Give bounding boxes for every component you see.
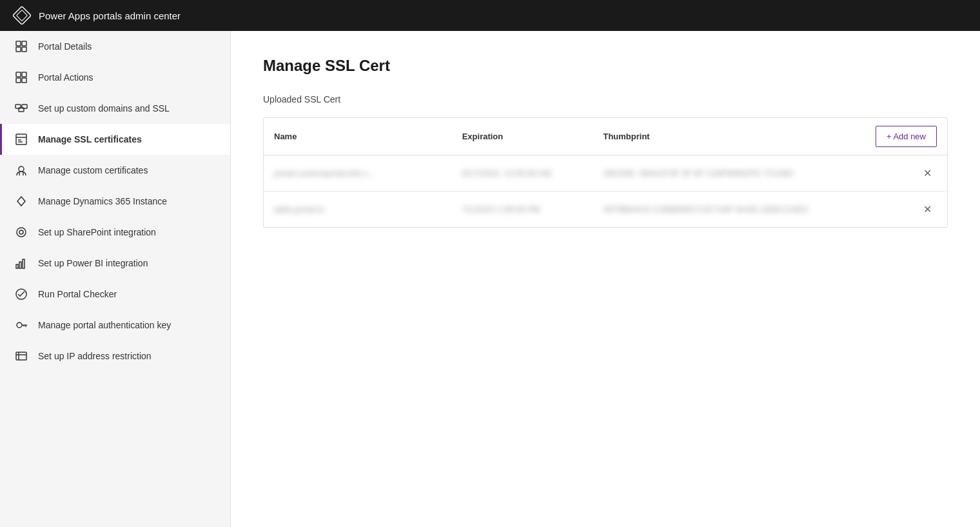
table-row: table.portal.io 7/1/2023 1:59:59 PM 4975… <box>264 192 947 227</box>
sidebar-label-auth-key: Manage portal authentication key <box>38 320 171 330</box>
sidebar: Portal Details Portal Actions Set up cus… <box>0 31 231 527</box>
sidebar-label-custom-certs: Manage custom certificates <box>38 165 148 175</box>
sidebar-label-manage-ssl: Manage SSL certificates <box>38 134 142 144</box>
sidebar-item-custom-domains[interactable]: Set up custom domains and SSL <box>0 93 230 124</box>
cell-thumbprint-2: 4975B6A0:E-C26B893D713C734F 9AAB 13EB:C2… <box>603 204 885 214</box>
sidebar-item-powerbi[interactable]: Set up Power BI integration <box>0 248 230 279</box>
add-new-button[interactable]: + Add new <box>876 126 937 147</box>
cell-expiration-1: 6/17/2022, 12:00:00 AM <box>462 168 603 178</box>
svg-rect-32 <box>16 352 26 360</box>
delete-button-1[interactable]: ✕ <box>918 164 937 182</box>
cell-name-2: table.portal.io <box>274 204 462 214</box>
svg-rect-14 <box>16 134 26 144</box>
ssl-cert-table: Name Expiration Thumbprint + Add new por… <box>263 117 948 228</box>
custom-cert-icon <box>15 164 28 177</box>
dynamics-icon <box>15 195 28 208</box>
table-header: Name Expiration Thumbprint + Add new <box>264 118 947 155</box>
grid-icon <box>15 40 28 53</box>
svg-marker-21 <box>17 197 25 206</box>
svg-rect-4 <box>16 47 21 52</box>
col-actions-header: + Add new <box>885 126 937 147</box>
col-expiration-header: Expiration <box>462 132 603 141</box>
sidebar-label-dynamics-instance: Manage Dynamics 365 Instance <box>38 196 167 206</box>
sidebar-label-ip-restriction: Set up IP address restriction <box>38 351 152 361</box>
svg-point-28 <box>17 323 22 328</box>
col-thumbprint-header: Thumbprint <box>603 132 885 141</box>
logo-icon <box>13 6 31 25</box>
sidebar-item-manage-ssl[interactable]: Manage SSL certificates <box>0 124 230 155</box>
svg-rect-0 <box>13 6 31 25</box>
svg-point-18 <box>19 166 24 172</box>
powerbi-icon <box>15 257 28 270</box>
app-logo: Power Apps portals admin center <box>13 6 181 25</box>
page-title: Manage SSL Cert <box>263 57 948 75</box>
svg-rect-24 <box>16 264 18 268</box>
sidebar-label-portal-checker: Run Portal Checker <box>38 289 117 299</box>
svg-rect-9 <box>22 78 26 83</box>
app-header: Power Apps portals admin center <box>0 0 980 31</box>
sidebar-label-custom-domains: Set up custom domains and SSL <box>38 103 170 114</box>
svg-rect-6 <box>16 72 21 77</box>
cert-icon <box>15 133 28 146</box>
sidebar-label-sharepoint: Set up SharePoint integration <box>38 227 156 237</box>
header-title: Power Apps portals admin center <box>39 10 181 21</box>
sidebar-label-portal-actions: Portal Actions <box>38 72 93 83</box>
sharepoint-icon <box>15 226 28 239</box>
sidebar-item-auth-key[interactable]: Manage portal authentication key <box>0 310 230 341</box>
cell-thumbprint-1: A8C93E: 394ACF3F 3F 6F C28F90832FE 7C2AB… <box>603 168 885 178</box>
svg-rect-2 <box>16 41 21 46</box>
svg-rect-26 <box>23 259 24 268</box>
svg-rect-25 <box>19 262 21 268</box>
svg-rect-1 <box>17 10 28 21</box>
main-content: Manage SSL Cert Uploaded SSL Cert Name E… <box>231 31 980 527</box>
cell-delete-2: ✕ <box>885 201 937 218</box>
cell-expiration-2: 7/1/2023 1:59:59 PM <box>462 204 603 214</box>
svg-rect-5 <box>22 47 26 52</box>
main-layout: Portal Details Portal Actions Set up cus… <box>0 31 980 527</box>
col-name-header: Name <box>274 132 462 141</box>
svg-point-23 <box>19 230 23 234</box>
cell-name-1: portal.customportal.info.c... <box>274 168 462 178</box>
section-label: Uploaded SSL Cert <box>263 94 948 104</box>
sidebar-item-portal-checker[interactable]: Run Portal Checker <box>0 279 230 310</box>
svg-rect-8 <box>16 78 21 83</box>
sidebar-label-portal-details: Portal Details <box>38 41 92 52</box>
actions-icon <box>15 71 28 84</box>
delete-button-2[interactable]: ✕ <box>918 201 937 218</box>
svg-point-22 <box>17 228 26 237</box>
table-row: portal.customportal.info.c... 6/17/2022,… <box>264 155 947 192</box>
sidebar-item-custom-certs[interactable]: Manage custom certificates <box>0 155 230 186</box>
sidebar-item-portal-actions[interactable]: Portal Actions <box>0 62 230 93</box>
svg-rect-7 <box>22 72 26 77</box>
sidebar-item-sharepoint[interactable]: Set up SharePoint integration <box>0 217 230 248</box>
sidebar-item-dynamics-instance[interactable]: Manage Dynamics 365 Instance <box>0 186 230 217</box>
checker-icon <box>15 288 28 301</box>
ip-icon <box>15 350 28 363</box>
key-icon <box>15 319 28 332</box>
domains-icon <box>15 102 28 115</box>
sidebar-item-portal-details[interactable]: Portal Details <box>0 31 230 62</box>
sidebar-item-ip-restriction[interactable]: Set up IP address restriction <box>0 341 230 372</box>
sidebar-label-powerbi: Set up Power BI integration <box>38 258 148 268</box>
cell-delete-1: ✕ <box>885 164 937 182</box>
svg-rect-3 <box>22 41 26 46</box>
